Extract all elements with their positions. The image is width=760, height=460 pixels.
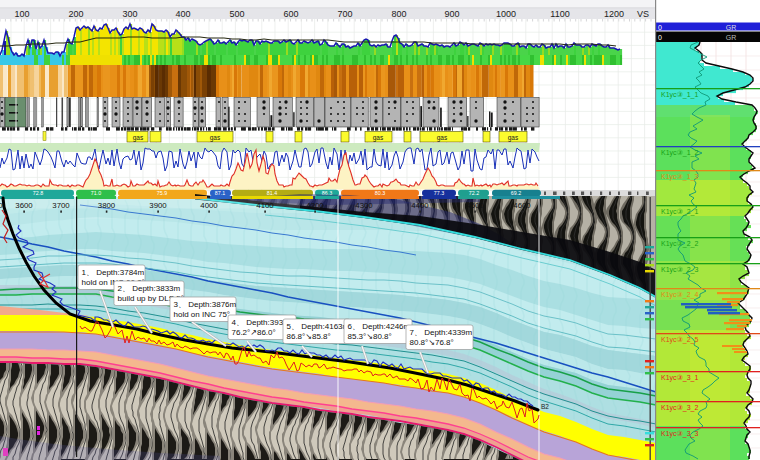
svg-text:300: 300 <box>122 9 137 19</box>
svg-text:80.3: 80.3 <box>375 190 385 196</box>
svg-text:K1yc③_2_5: K1yc③_2_5 <box>661 336 699 344</box>
svg-text:4500: 4500 <box>466 201 484 210</box>
svg-text:500: 500 <box>229 9 244 19</box>
svg-text:1200: 1200 <box>604 9 624 19</box>
svg-text:VS: VS <box>637 9 649 19</box>
svg-text:4100: 4100 <box>256 201 274 210</box>
svg-text:4200: 4200 <box>306 201 324 210</box>
svg-text:3700: 3700 <box>52 201 70 210</box>
svg-text:81.4: 81.4 <box>267 190 277 196</box>
svg-text:GR: GR <box>726 34 737 41</box>
svg-text:gas: gas <box>437 134 448 142</box>
svg-text:K1yc③_2_1: K1yc③_2_1 <box>661 208 699 216</box>
svg-text:K1yc③_1_2: K1yc③_1_2 <box>661 149 699 157</box>
svg-text:77.3: 77.3 <box>434 190 444 196</box>
svg-text:72.2: 72.2 <box>469 190 479 196</box>
svg-text:hold on INC 75°: hold on INC 75° <box>174 310 231 319</box>
svg-text:B2: B2 <box>541 403 549 410</box>
svg-text:1000: 1000 <box>496 9 516 19</box>
svg-text:3600: 3600 <box>15 201 33 210</box>
svg-text:K1yc③_1_3: K1yc③_1_3 <box>661 173 699 181</box>
svg-text:K1yc③_2_4: K1yc③_2_4 <box>661 291 699 299</box>
svg-text:3900: 3900 <box>149 201 167 210</box>
svg-text:K1yc③_2_3: K1yc③_2_3 <box>661 266 699 274</box>
svg-text:7、 Depth:4339m: 7、 Depth:4339m <box>410 328 473 337</box>
svg-text:86.8°↘85.8°: 86.8°↘85.8° <box>287 332 331 341</box>
svg-text:K1yc③_3_1: K1yc③_3_1 <box>661 374 699 382</box>
svg-text:80.8°↘76.8°: 80.8°↘76.8° <box>410 338 454 347</box>
svg-text:gas: gas <box>133 134 144 142</box>
svg-text:69.2: 69.2 <box>511 190 521 196</box>
svg-text:85.3°↘80.8°: 85.3°↘80.8° <box>348 332 392 341</box>
svg-text:75.9: 75.9 <box>157 190 167 196</box>
svg-text:800: 800 <box>391 9 406 19</box>
svg-text:4300: 4300 <box>355 201 373 210</box>
svg-text:4600: 4600 <box>513 201 531 210</box>
svg-text:5、 Depth:4163m: 5、 Depth:4163m <box>287 322 350 331</box>
svg-text:K1yc③_3_3: K1yc③_3_3 <box>661 430 699 438</box>
svg-text:900: 900 <box>444 9 459 19</box>
svg-text:3、 Depth:3876m: 3、 Depth:3876m <box>174 300 237 309</box>
svg-text:gas: gas <box>210 134 221 142</box>
svg-text:K1yc③_3_2: K1yc③_3_2 <box>661 404 699 412</box>
svg-text:2、 Depth:3833m: 2、 Depth:3833m <box>118 284 181 293</box>
svg-text:gas: gas <box>508 134 519 142</box>
svg-text:1100: 1100 <box>550 9 569 19</box>
svg-text:87.1: 87.1 <box>215 190 225 196</box>
svg-text:400: 400 <box>175 9 190 19</box>
svg-text:3800: 3800 <box>98 201 116 210</box>
svg-text:K1yc③_2_2: K1yc③_2_2 <box>661 240 699 248</box>
svg-text:0: 0 <box>658 34 662 41</box>
svg-text:600: 600 <box>283 9 298 19</box>
svg-text:700: 700 <box>337 9 352 19</box>
svg-text:4000: 4000 <box>200 201 218 210</box>
svg-text:1、 Depth:3784m: 1、 Depth:3784m <box>82 268 145 277</box>
svg-text:4400: 4400 <box>411 201 429 210</box>
svg-text:200: 200 <box>68 9 83 19</box>
svg-text:6、 Depth:4246m: 6、 Depth:4246m <box>348 322 411 331</box>
svg-text:gas: gas <box>373 134 384 142</box>
svg-text:72.8: 72.8 <box>33 190 43 196</box>
svg-text:K1yc③_1_1: K1yc③_1_1 <box>661 91 699 99</box>
svg-text:76.2°↗86.0°: 76.2°↗86.0° <box>232 328 276 337</box>
svg-text:100: 100 <box>14 9 29 19</box>
svg-text:0: 0 <box>658 24 662 31</box>
svg-text:GR: GR <box>726 24 737 31</box>
svg-text:71.0: 71.0 <box>91 190 101 196</box>
